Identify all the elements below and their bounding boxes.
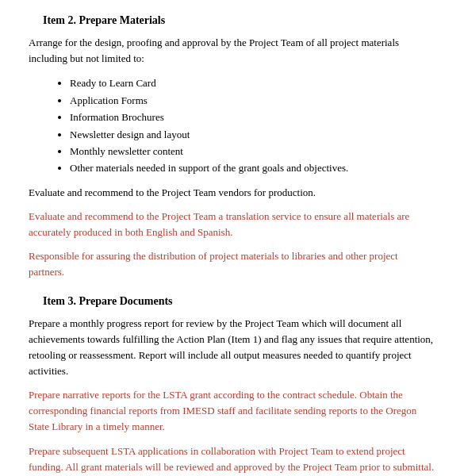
list-item: Other materials needed in support of the… [70,159,435,176]
item3-para2: Prepare narrative reports for the LSTA g… [29,387,435,435]
item2-para3: Responsible for assuring the distributio… [29,248,435,280]
item2-para1: Evaluate and recommend to the Project Te… [29,185,435,201]
list-item: Information Brochures [70,109,435,125]
item2-bullet-list: Ready to Learn Card Application Forms In… [70,75,435,177]
list-item: Monthly newsletter content [70,143,435,159]
page-container: Item 2. Prepare Materials Arrange for th… [0,0,464,476]
list-item: Application Forms [70,92,435,109]
item3-para3: Prepare subsequent LSTA applications in … [29,443,435,475]
item2-title: Item 2. Prepare Materials [29,14,435,27]
list-item: Newsletter design and layout [70,126,435,143]
item2-para2: Evaluate and recommend to the Project Te… [29,209,435,240]
item3-title: Item 3. Prepare Documents [29,295,435,308]
item3-para1: Prepare a monthly progress report for re… [29,316,435,380]
item2-intro: Arrange for the design, proofing and app… [29,35,435,67]
list-item: Ready to Learn Card [70,75,435,91]
